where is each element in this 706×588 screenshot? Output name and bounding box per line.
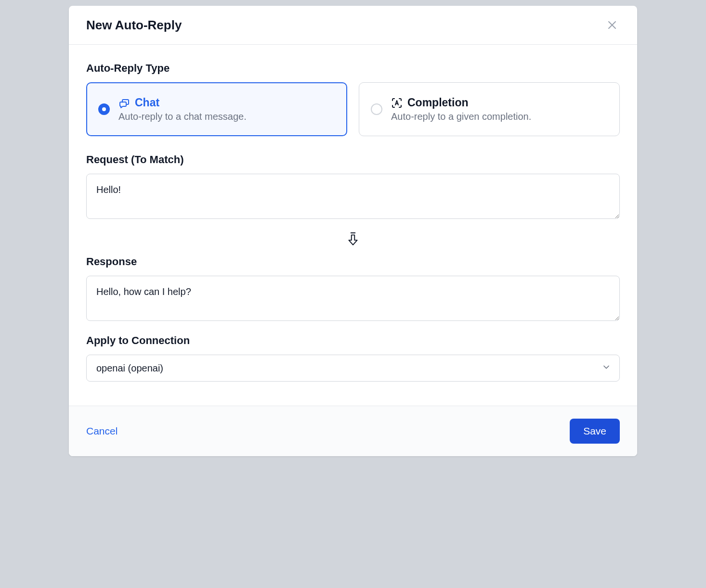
connection-select[interactable]: openai (openai) (86, 355, 620, 382)
connection-group: Apply to Connection openai (openai) (86, 334, 620, 382)
type-card-completion[interactable]: Completion Auto-reply to a given complet… (359, 82, 620, 136)
save-button[interactable]: Save (570, 419, 620, 444)
radio-chat (98, 103, 110, 115)
cancel-button[interactable]: Cancel (86, 425, 118, 437)
modal-header: New Auto-Reply (69, 6, 637, 45)
response-group: Response (86, 256, 620, 323)
request-group: Request (To Match) (86, 153, 620, 221)
auto-reply-type-label: Auto-Reply Type (86, 62, 620, 75)
type-card-chat-title: Chat (135, 96, 159, 109)
modal-footer: Cancel Save (69, 406, 637, 456)
modal-body: Auto-Reply Type Chat (69, 45, 637, 406)
type-cards: Chat Auto-reply to a chat message. (86, 82, 620, 136)
type-card-completion-title: Completion (407, 96, 469, 109)
response-input[interactable] (86, 276, 620, 321)
type-card-chat[interactable]: Chat Auto-reply to a chat message. (86, 82, 347, 136)
new-auto-reply-modal: New Auto-Reply Auto-Reply Type (69, 6, 637, 456)
type-card-completion-desc: Auto-reply to a given completion. (391, 111, 608, 122)
arrow-down-icon (86, 232, 620, 246)
response-label: Response (86, 256, 620, 268)
chat-icon (118, 97, 130, 109)
radio-completion (371, 103, 382, 115)
type-card-chat-desc: Auto-reply to a chat message. (118, 111, 335, 122)
close-icon (606, 19, 618, 31)
completion-icon (391, 97, 403, 109)
request-label: Request (To Match) (86, 153, 620, 166)
close-button[interactable] (604, 17, 620, 33)
request-input[interactable] (86, 174, 620, 219)
connection-label: Apply to Connection (86, 334, 620, 347)
modal-title: New Auto-Reply (86, 18, 182, 33)
